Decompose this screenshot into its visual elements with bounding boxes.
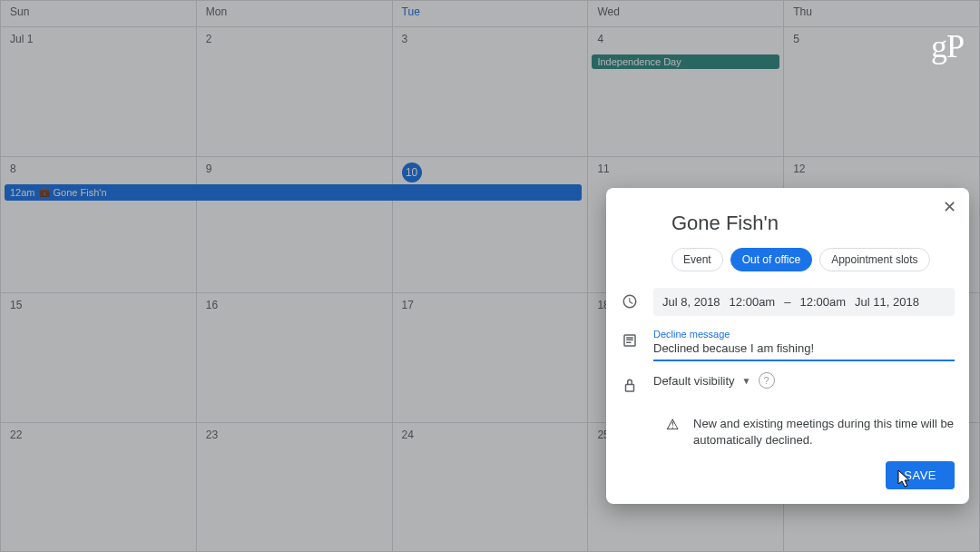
event-editor-popup: ✕ Gone Fish'n EventOut of officeAppointm…	[606, 188, 969, 504]
segment-out-of-office[interactable]: Out of office	[730, 248, 812, 271]
help-icon[interactable]: ?	[759, 372, 775, 389]
day-number: 16	[206, 299, 218, 311]
day-number: 15	[10, 299, 22, 311]
calendar-cell[interactable]: 16	[197, 293, 393, 422]
event-title[interactable]: Gone Fish'n	[671, 212, 955, 235]
calendar-row: Jul 1234Independence Day5	[1, 26, 979, 156]
end-date[interactable]: Jul 11, 2018	[855, 295, 919, 309]
calendar-cell[interactable]: 2	[197, 27, 393, 156]
event-time: 12am	[10, 187, 35, 198]
event-label: Gone Fish'n	[54, 187, 107, 198]
day-number: 12	[793, 163, 805, 175]
segment-event[interactable]: Event	[671, 248, 723, 271]
range-dash: –	[784, 295, 790, 309]
end-time[interactable]: 12:00am	[799, 295, 846, 309]
warning-row: ⚠ New and existing meetings during this …	[621, 405, 955, 448]
day-number: 4	[597, 33, 603, 45]
event-span[interactable]: 12am💼Gone Fish'n	[5, 184, 582, 201]
day-number: 3	[402, 33, 408, 45]
weekday-mon: Mon	[197, 1, 393, 26]
site-logo: gP	[931, 27, 964, 65]
calendar-cell[interactable]: 9	[197, 157, 393, 293]
calendar-cell[interactable]: 10	[393, 157, 589, 293]
decline-message-field[interactable]: Decline message	[653, 327, 955, 361]
day-number: 23	[206, 429, 218, 441]
weekday-wed: Wed	[588, 1, 784, 26]
close-icon[interactable]: ✕	[943, 197, 956, 217]
briefcase-icon: 💼	[39, 187, 50, 197]
warning-icon: ⚠	[621, 416, 679, 448]
segment-appointment-slots[interactable]: Appointment slots	[819, 248, 929, 271]
day-number: 11	[597, 163, 609, 175]
lock-icon	[621, 372, 639, 394]
calendar-cell[interactable]: 23	[197, 423, 393, 552]
calendar-cell[interactable]: 812am💼Gone Fish'n	[1, 157, 197, 293]
calendar-cell[interactable]: 17	[393, 293, 589, 422]
calendar-cell[interactable]: 22	[1, 423, 197, 552]
day-number: Jul 1	[10, 33, 33, 45]
day-number: 10	[402, 163, 422, 182]
calendar-cell[interactable]: 15	[1, 293, 197, 422]
calendar-cell[interactable]: 4Independence Day	[588, 27, 784, 156]
start-time[interactable]: 12:00am	[730, 295, 776, 309]
visibility-select[interactable]: Default visibility ▼ ?	[653, 372, 955, 389]
chevron-down-icon: ▼	[742, 376, 751, 386]
weekday-sun: Sun	[1, 1, 197, 26]
start-date[interactable]: Jul 8, 2018	[662, 295, 720, 309]
event-independence[interactable]: Independence Day	[592, 54, 779, 69]
warning-text: New and existing meetings during this ti…	[693, 416, 955, 448]
description-icon	[621, 327, 639, 349]
clock-icon	[621, 288, 639, 310]
day-number: 17	[402, 299, 414, 311]
day-number: 5	[793, 33, 799, 45]
visibility-value: Default visibility	[653, 374, 735, 388]
decline-label: Decline message	[653, 329, 955, 340]
day-number: 8	[10, 163, 16, 175]
event-type-segment: EventOut of officeAppointment slots	[671, 248, 955, 271]
day-number: 22	[10, 429, 22, 441]
day-number: 2	[206, 33, 212, 45]
save-button[interactable]: SAVE	[886, 461, 955, 489]
time-range[interactable]: Jul 8, 2018 12:00am – 12:00am Jul 11, 20…	[653, 288, 955, 316]
weekday-tue: Tue	[393, 1, 589, 26]
weekday-thu: Thu	[784, 1, 979, 26]
calendar-cell[interactable]: Jul 1	[1, 27, 197, 156]
decline-input[interactable]	[653, 341, 955, 355]
day-number: 9	[206, 163, 212, 175]
calendar-cell[interactable]: 24	[393, 423, 589, 552]
calendar-cell[interactable]: 3	[393, 27, 589, 156]
weekday-header: SunMonTueWedThu	[1, 1, 979, 26]
day-number: 24	[402, 429, 414, 441]
